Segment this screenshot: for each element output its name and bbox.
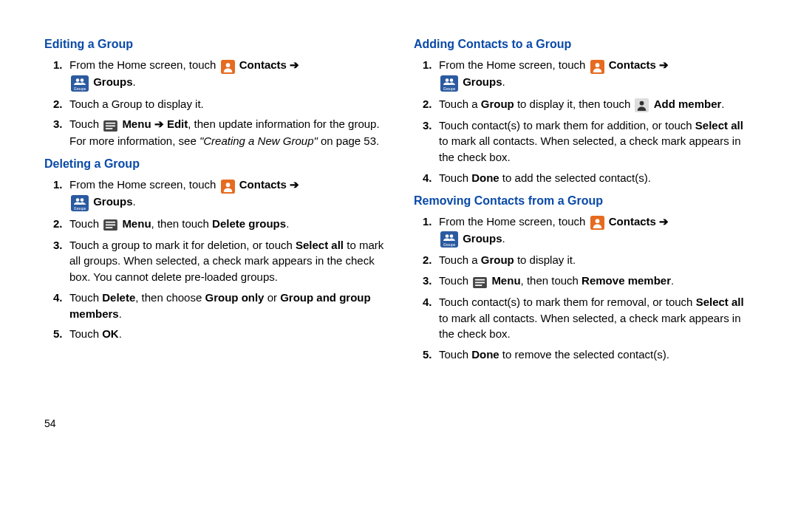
contacts-icon xyxy=(221,58,235,74)
step-number: 4. xyxy=(53,290,69,322)
menu-icon xyxy=(103,216,117,233)
contacts-icon xyxy=(221,177,235,194)
step-body: Touch Done to remove the selected contac… xyxy=(439,347,754,363)
step-body: Touch Delete, then choose Group only or … xyxy=(69,290,384,322)
step-number: 2. xyxy=(53,216,69,233)
list-item: 3. Touch Menu, then touch Remove member. xyxy=(414,273,754,290)
person-icon xyxy=(635,97,649,113)
right-column: Adding Contacts to a Group 1. From the H… xyxy=(414,30,754,431)
step-number: 1. xyxy=(53,177,69,211)
menu-icon xyxy=(473,273,487,290)
step-number: 3. xyxy=(423,273,439,290)
list-item: 5. Touch OK. xyxy=(44,326,384,342)
step-number: 1. xyxy=(423,57,439,91)
step-number: 5. xyxy=(423,347,439,363)
step-body: Touch Done to add the selected contact(s… xyxy=(439,170,754,186)
menu-icon xyxy=(103,117,117,134)
contacts-icon xyxy=(590,214,604,231)
step-body: From the Home screen, touch Contacts ➔ G… xyxy=(439,214,754,248)
step-body: Touch a group to mark it for deletion, o… xyxy=(69,237,384,285)
step-body: Touch a Group to display it. xyxy=(439,252,754,268)
list-item: 2. Touch a Group to display it. xyxy=(44,96,384,112)
groups-icon xyxy=(71,75,89,92)
step-body: Touch Menu, then touch Remove member. xyxy=(439,273,754,290)
list-item: 4. Touch contact(s) to mark them for rem… xyxy=(414,294,754,342)
groups-icon xyxy=(71,194,89,211)
arrow-icon: ➔ xyxy=(290,58,299,71)
page-columns: Editing a Group 1. From the Home screen,… xyxy=(44,30,754,431)
step-body: Touch contact(s) to mark them for additi… xyxy=(439,117,754,166)
arrow-icon: ➔ xyxy=(659,215,669,228)
step-number: 4. xyxy=(423,294,439,342)
list-item: 2. Touch Menu, then touch Delete groups. xyxy=(44,216,384,233)
list-item: 5. Touch Done to remove the selected con… xyxy=(414,347,754,363)
heading-deleting-group: Deleting a Group xyxy=(44,155,384,172)
step-body: From the Home screen, touch Contacts ➔ G… xyxy=(439,57,754,91)
step-number: 5. xyxy=(53,326,69,342)
step-body: Touch a Group to display it. xyxy=(69,96,384,112)
page-number: 54 xyxy=(44,416,384,431)
contacts-icon xyxy=(590,58,604,74)
step-body: Touch Menu, then touch Delete groups. xyxy=(69,216,384,233)
left-column: Editing a Group 1. From the Home screen,… xyxy=(44,30,384,431)
groups-icon xyxy=(440,75,458,92)
list-item: 3. Touch Menu ➔ Edit, then update inform… xyxy=(44,116,384,149)
step-number: 2. xyxy=(423,252,439,268)
list-adding-contacts: 1. From the Home screen, touch Contacts … xyxy=(414,57,754,185)
list-item: 2. Touch a Group to display it. xyxy=(414,252,754,268)
step-number: 2. xyxy=(423,96,439,113)
step-number: 3. xyxy=(53,237,69,285)
list-item: 4. Touch Delete, then choose Group only … xyxy=(44,290,384,322)
list-item: 1. From the Home screen, touch Contacts … xyxy=(414,214,754,248)
step-number: 2. xyxy=(53,96,69,112)
list-item: 3. Touch contact(s) to mark them for add… xyxy=(414,117,754,166)
list-item: 4. Touch Done to add the selected contac… xyxy=(414,170,754,186)
step-body: Touch OK. xyxy=(69,326,384,342)
heading-editing-group: Editing a Group xyxy=(44,35,384,52)
groups-icon xyxy=(440,231,458,248)
step-body: Touch Menu ➔ Edit, then update informati… xyxy=(69,116,384,149)
arrow-icon: ➔ xyxy=(290,178,299,191)
list-deleting-group: 1. From the Home screen, touch Contacts … xyxy=(44,177,384,342)
arrow-icon: ➔ xyxy=(659,58,669,71)
list-item: 3. Touch a group to mark it for deletion… xyxy=(44,237,384,285)
step-body: Touch a Group to display it, then touch … xyxy=(439,96,754,113)
step-number: 1. xyxy=(53,57,69,91)
step-body: Touch contact(s) to mark them for remova… xyxy=(439,294,754,342)
step-body: From the Home screen, touch Contacts ➔ G… xyxy=(69,57,384,91)
step-number: 4. xyxy=(423,170,439,186)
step-number: 1. xyxy=(423,214,439,248)
heading-adding-contacts: Adding Contacts to a Group xyxy=(414,35,754,52)
step-body: From the Home screen, touch Contacts ➔ G… xyxy=(69,177,384,211)
list-item: 1. From the Home screen, touch Contacts … xyxy=(44,177,384,211)
heading-removing-contacts: Removing Contacts from a Group xyxy=(414,192,754,209)
list-removing-contacts: 1. From the Home screen, touch Contacts … xyxy=(414,214,754,363)
list-item: 1. From the Home screen, touch Contacts … xyxy=(414,57,754,91)
list-item: 1. From the Home screen, touch Contacts … xyxy=(44,57,384,91)
step-number: 3. xyxy=(53,116,69,149)
step-number: 3. xyxy=(423,117,439,166)
list-editing-group: 1. From the Home screen, touch Contacts … xyxy=(44,57,384,149)
list-item: 2. Touch a Group to display it, then tou… xyxy=(414,96,754,113)
